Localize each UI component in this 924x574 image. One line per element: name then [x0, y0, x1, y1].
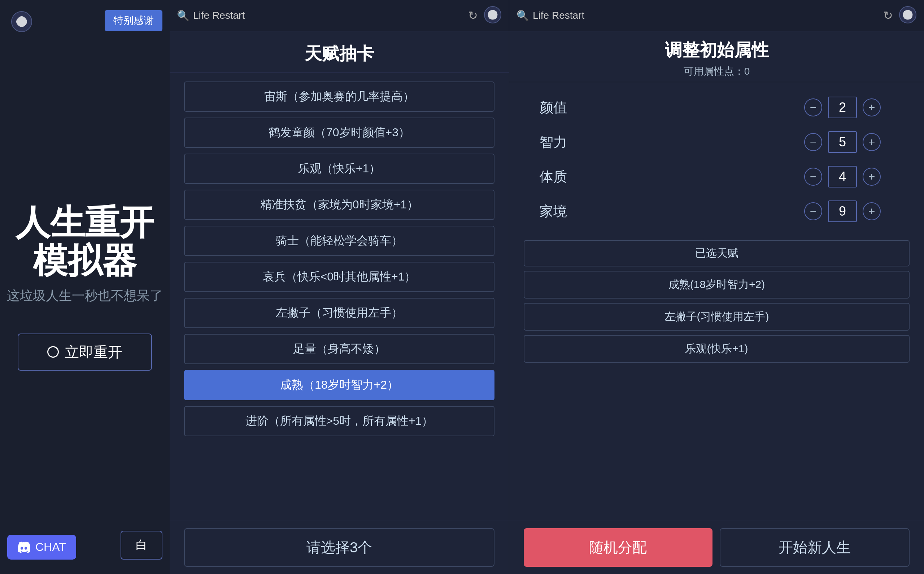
chat-button[interactable]: CHAT	[7, 535, 76, 560]
attr-controls-1: − 5 +	[804, 131, 881, 153]
right-title: 调整初始属性	[509, 39, 924, 62]
talent-item-4[interactable]: 骑士（能轻松学会骑车）	[184, 226, 495, 256]
available-points: 可用属性点：0	[509, 65, 924, 78]
attr-minus-3[interactable]: −	[804, 202, 822, 220]
attr-label-0: 颜值	[531, 98, 567, 117]
selected-talents-area: 已选天赋 成熟(18岁时智力+2)左撇子(习惯使用左手)乐观(快乐+1)	[509, 237, 924, 520]
selected-talent-item-1: 左撇子(习惯使用左手)	[524, 303, 910, 331]
search-bar-right: 🔍 Life Restart	[516, 10, 877, 22]
attr-plus-0[interactable]: +	[862, 98, 881, 117]
talent-item-1[interactable]: 鹤发童颜（70岁时颜值+3）	[184, 118, 495, 148]
app-title: 人生重开模拟器	[0, 203, 169, 279]
attr-plus-2[interactable]: +	[862, 168, 881, 186]
chat-label: CHAT	[35, 541, 66, 554]
search-icon-middle: 🔍	[177, 10, 190, 22]
talent-item-2[interactable]: 乐观（快乐+1）	[184, 154, 495, 184]
talent-item-8[interactable]: 成熟（18岁时智力+2）	[184, 370, 495, 400]
middle-title-area: 天赋抽卡	[169, 32, 509, 73]
talent-item-0[interactable]: 宙斯（参加奥赛的几率提高）	[184, 82, 495, 112]
talent-item-6[interactable]: 左撇子（习惯使用左手）	[184, 298, 495, 328]
attributes-area: 颜值 − 2 + 智力 − 5 + 体质 − 4 + 家境 −	[509, 82, 924, 237]
middle-panel: 🔍 Life Restart ↻ 天赋抽卡 宙斯（参加奥赛的几率提高）鹤发童颜（…	[169, 0, 509, 574]
talent-item-7[interactable]: 足量（身高不矮）	[184, 334, 495, 364]
search-text-middle: Life Restart	[193, 10, 245, 21]
attr-row-0: 颜值 − 2 +	[531, 97, 902, 118]
selected-talent-item-0: 成熟(18岁时智力+2)	[524, 271, 910, 298]
right-panel: 🔍 Life Restart ↻ 调整初始属性 可用属性点：0 颜值 − 2 +…	[509, 0, 924, 574]
refresh-icon-right[interactable]: ↻	[883, 9, 893, 22]
attr-minus-0[interactable]: −	[804, 98, 822, 117]
attr-row-3: 家境 − 9 +	[531, 200, 902, 222]
right-header: 🔍 Life Restart ↻	[509, 0, 924, 32]
attr-value-1: 5	[828, 131, 857, 153]
attr-label-2: 体质	[531, 168, 567, 186]
search-icon-right: 🔍	[516, 10, 529, 22]
choose-label-button[interactable]: 请选择3个	[184, 528, 495, 567]
middle-bottom-bar: 请选择3个	[169, 520, 509, 574]
search-text-right: Life Restart	[533, 10, 584, 21]
attr-controls-0: − 2 +	[804, 97, 881, 118]
search-bar-middle: 🔍 Life Restart	[177, 10, 462, 22]
restart-circle-icon	[47, 346, 59, 358]
attr-label-1: 智力	[531, 133, 567, 151]
refresh-icon-middle[interactable]: ↻	[468, 9, 478, 22]
talent-item-9[interactable]: 进阶（所有属性>5时，所有属性+1）	[184, 406, 495, 436]
right-header-logo	[899, 6, 917, 25]
logo-top-left	[11, 11, 33, 34]
selected-talent-item-2: 乐观(快乐+1)	[524, 335, 910, 363]
white-button[interactable]: 白	[120, 531, 163, 560]
talent-item-3[interactable]: 精准扶贫（家境为0时家境+1）	[184, 190, 495, 220]
restart-button[interactable]: 立即重开	[18, 334, 152, 371]
left-panel: 特别感谢 人生重开模拟器 这垃圾人生一秒也不想呆了 立即重开 CHAT 白	[0, 0, 169, 574]
new-life-button[interactable]: 开始新人生	[720, 528, 910, 567]
right-title-area: 调整初始属性 可用属性点：0	[509, 32, 924, 82]
attr-minus-2[interactable]: −	[804, 168, 822, 186]
right-bottom-bar: 随机分配 开始新人生	[509, 520, 924, 574]
app-subtitle: 这垃圾人生一秒也不想呆了	[7, 287, 163, 305]
talent-item-5[interactable]: 哀兵（快乐<0时其他属性+1）	[184, 262, 495, 292]
selected-talents-list: 成熟(18岁时智力+2)左撇子(习惯使用左手)乐观(快乐+1)	[524, 271, 910, 363]
attr-controls-2: − 4 +	[804, 166, 881, 188]
random-distribute-button[interactable]: 随机分配	[524, 528, 712, 567]
attr-plus-1[interactable]: +	[862, 133, 881, 151]
middle-title: 天赋抽卡	[169, 42, 509, 65]
attr-plus-3[interactable]: +	[862, 202, 881, 220]
attr-row-2: 体质 − 4 +	[531, 166, 902, 188]
attr-row-1: 智力 − 5 +	[531, 131, 902, 153]
attr-value-0: 2	[828, 97, 857, 118]
discord-icon	[17, 541, 30, 554]
attr-value-2: 4	[828, 166, 857, 188]
attr-minus-1[interactable]: −	[804, 133, 822, 151]
attr-controls-3: − 9 +	[804, 200, 881, 222]
attr-value-3: 9	[828, 200, 857, 222]
restart-label: 立即重开	[65, 342, 122, 362]
selected-talents-header: 已选天赋	[524, 240, 910, 266]
attr-label-3: 家境	[531, 202, 567, 221]
special-thanks-button[interactable]: 特别感谢	[105, 10, 163, 31]
middle-header: 🔍 Life Restart ↻	[169, 0, 509, 32]
talent-list: 宙斯（参加奥赛的几率提高）鹤发童颜（70岁时颜值+3）乐观（快乐+1）精准扶贫（…	[169, 73, 509, 520]
middle-header-logo	[484, 6, 502, 25]
